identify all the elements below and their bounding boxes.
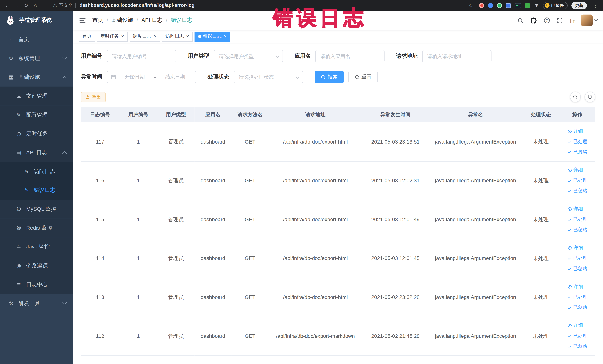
action-processed-link[interactable]: 已处理	[567, 292, 587, 303]
tab-error-log[interactable]: 错误日志×	[195, 31, 230, 41]
cell-exception: java.lang.IllegalArgumentException	[429, 122, 522, 161]
eye-icon	[567, 284, 572, 289]
action-detail-link[interactable]: 详细	[567, 204, 587, 214]
cell-id: 112	[81, 317, 120, 355]
app-name-input[interactable]	[315, 50, 384, 62]
search-toggle-button[interactable]	[570, 92, 581, 102]
extensions-puzzle-icon[interactable]: ✱	[534, 3, 539, 8]
tab-close-icon[interactable]: ×	[186, 34, 189, 39]
sidebar-item-mysql[interactable]: ⛁MySQL 监控	[0, 200, 73, 219]
sidebar-item-log-center[interactable]: ≣日志中心	[0, 275, 73, 294]
user-menu[interactable]	[581, 15, 597, 26]
bookmark-star-icon[interactable]: ☆	[466, 2, 475, 8]
github-icon[interactable]	[530, 17, 537, 24]
extension-icon-grid[interactable]	[506, 3, 511, 8]
extension-icon-leaf[interactable]	[525, 3, 530, 8]
tab-cron-job[interactable]: 定时任务×	[97, 31, 128, 41]
breadcrumb-item[interactable]: API 日志	[141, 17, 162, 24]
action-detail-link[interactable]: 详细	[567, 165, 587, 176]
refresh-table-button[interactable]	[585, 92, 595, 102]
extension-icon-blue[interactable]	[488, 3, 493, 8]
font-size-icon[interactable]: TT	[569, 17, 575, 23]
fullscreen-icon[interactable]	[557, 17, 563, 23]
paused-extension-button[interactable]: 已暂停	[543, 2, 568, 9]
sidebar-item-label: 链路追踪	[26, 262, 48, 269]
user-id-input[interactable]	[107, 50, 176, 62]
user-type-select[interactable]	[214, 50, 283, 62]
action-ignored-link[interactable]: 已忽略	[567, 225, 587, 235]
tab-access-log[interactable]: 访问日志×	[162, 31, 193, 41]
sidebar-item-file[interactable]: ☁文件管理	[0, 87, 73, 106]
tab-home[interactable]: 首页	[79, 31, 95, 41]
cell-app: dashboard	[195, 122, 232, 161]
action-ignored-link[interactable]: 已忽略	[567, 263, 587, 274]
sidebar-item-label: 日志中心	[26, 281, 48, 288]
browser-home-icon[interactable]: ⌂	[31, 2, 40, 8]
sidebar-item-dev-tools[interactable]: ⚒研发工具	[0, 294, 73, 313]
action-ignored-link[interactable]: 已忽略	[567, 186, 587, 196]
action-processed-link[interactable]: 已处理	[567, 253, 587, 263]
table-row: 1151管理员dashboardGET/api/infra/db-doc/exp…	[81, 200, 595, 239]
cell-actions: 详细已处理已忽略	[559, 122, 595, 161]
action-ignored-link[interactable]: 已忽略	[567, 341, 587, 352]
hamburger-icon[interactable]	[79, 17, 86, 24]
process-status-select-input[interactable]	[234, 71, 303, 83]
page-content: 用户编号 用户类型 应用名 请求	[73, 43, 603, 364]
action-processed-link[interactable]: 已处理	[567, 214, 587, 225]
breadcrumb-item[interactable]: 基础设施	[111, 17, 133, 24]
reload-icon[interactable]: ↻	[22, 2, 31, 8]
tab-close-icon[interactable]: ×	[224, 34, 227, 39]
exception-time-range-picker[interactable]: 开始日期 - 结束日期	[107, 71, 196, 83]
sidebar-item-label: 基础设施	[19, 74, 40, 81]
action-processed-link[interactable]: 已处理	[567, 137, 587, 147]
cell-app: dashboard	[195, 161, 232, 200]
sidebar-item-home[interactable]: ⌂首页	[0, 30, 73, 49]
extension-icon-on-badge[interactable]: on	[515, 3, 521, 8]
cell-method: GET	[232, 122, 269, 161]
search-icon[interactable]	[517, 17, 524, 23]
sidebar-item-access-log[interactable]: ✎访问日志	[0, 162, 73, 181]
sidebar-item-redis[interactable]: ⛃Redis 监控	[0, 218, 73, 237]
tab-job-log[interactable]: 调度日志×	[129, 31, 160, 41]
security-label[interactable]: 不安全	[59, 2, 73, 9]
forward-icon[interactable]: →	[12, 2, 22, 8]
back-icon[interactable]: ←	[3, 2, 12, 8]
process-status-select[interactable]	[234, 71, 303, 83]
tab-close-icon[interactable]: ×	[121, 34, 124, 39]
action-processed-link[interactable]: 已处理	[567, 176, 587, 186]
user-avatar[interactable]	[581, 15, 593, 26]
user-type-select-input[interactable]	[214, 50, 283, 62]
cell-time: 2021-05-03 12:02:31	[362, 161, 429, 200]
url-text[interactable]: dashboard.yudao.iocoder.cn/infra/log/api…	[80, 3, 195, 8]
search-button[interactable]: 搜索	[314, 71, 344, 83]
action-detail-link[interactable]: 详细	[567, 282, 587, 292]
reset-button-label: 重置	[361, 73, 371, 80]
action-ignored-link[interactable]: 已忽略	[567, 147, 587, 157]
sidebar-item-trace[interactable]: ◉链路追踪	[0, 256, 73, 275]
cell-user_id: 1	[119, 239, 157, 278]
export-button[interactable]: 导出	[81, 92, 106, 102]
action-processed-link[interactable]: 已处理	[567, 331, 587, 341]
row-actions: 详细已处理已忽略	[567, 320, 587, 352]
sidebar-item-java[interactable]: ☕Java 监控	[0, 237, 73, 256]
sidebar-item-job[interactable]: ◷定时任务	[0, 124, 73, 143]
sidebar-item-config[interactable]: ✎配置管理	[0, 105, 73, 124]
reset-button[interactable]: 重置	[348, 71, 378, 83]
breadcrumb-item[interactable]: 首页	[92, 17, 103, 24]
action-detail-link[interactable]: 详细	[567, 243, 587, 253]
extension-icon-red[interactable]	[479, 3, 484, 8]
sidebar-item-infra[interactable]: ▦基础设施	[0, 68, 73, 87]
action-detail-link[interactable]: 详细	[567, 320, 587, 331]
request-url-input[interactable]	[422, 50, 491, 62]
tab-close-icon[interactable]: ×	[154, 34, 157, 39]
extension-icon-green[interactable]	[497, 3, 502, 8]
kebab-menu-icon[interactable]: ⋮	[591, 2, 600, 8]
cell-user_type: 管理员	[157, 200, 195, 239]
chrome-update-button[interactable]: 更新	[571, 2, 587, 9]
sidebar-item-system[interactable]: ⚙系统管理	[0, 49, 73, 68]
help-icon[interactable]: ?	[543, 17, 550, 24]
sidebar-item-error-log[interactable]: ✎错误日志	[0, 181, 73, 200]
action-ignored-link[interactable]: 已忽略	[567, 303, 587, 313]
action-detail-link[interactable]: 详细	[567, 126, 587, 137]
sidebar-item-api-log[interactable]: ▤API 日志	[0, 143, 73, 162]
